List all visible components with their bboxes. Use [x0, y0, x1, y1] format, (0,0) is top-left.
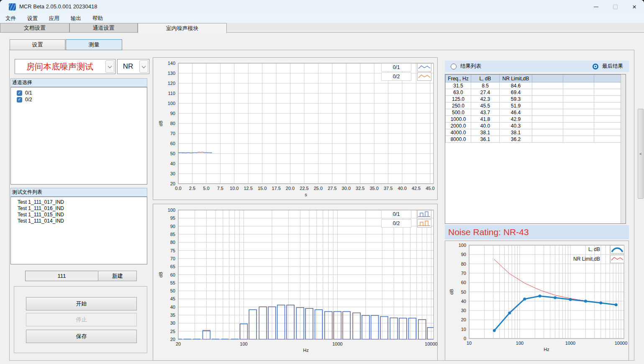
- svg-text:Hz: Hz: [544, 347, 549, 352]
- file-name-input[interactable]: [25, 271, 98, 281]
- svg-text:100: 100: [516, 341, 523, 346]
- channel-checkbox[interactable]: ✓: [17, 90, 22, 96]
- stop-button[interactable]: 停止: [26, 313, 137, 326]
- new-button[interactable]: 新建: [98, 271, 137, 281]
- svg-text:75: 75: [170, 248, 175, 253]
- svg-text:60: 60: [170, 141, 175, 146]
- chevron-down-icon: [142, 64, 146, 68]
- table-row[interactable]: 2000.040.040.3: [446, 123, 624, 129]
- table-row[interactable]: 8000.036.136.2: [446, 136, 624, 143]
- file-list-item[interactable]: Test 1_111_017_IND: [11, 199, 147, 205]
- table-cell: [594, 109, 624, 116]
- svg-text:65: 65: [170, 264, 175, 269]
- table-row[interactable]: 125.042.359.3: [446, 96, 624, 103]
- close-button[interactable]: ×: [625, 0, 644, 14]
- svg-text:80: 80: [461, 261, 466, 267]
- legend-label: 0/2: [381, 219, 411, 228]
- svg-text:0.0: 0.0: [175, 186, 181, 191]
- test-type-combobox[interactable]: 房间本底噪声测试: [15, 59, 115, 74]
- collapse-panel-handle[interactable]: <: [638, 109, 644, 199]
- title-bar: MCR Beta 2.05.0.001 20230418 ×: [0, 0, 644, 14]
- last-result-radio[interactable]: [593, 64, 598, 69]
- table-cell: 31.5: [446, 82, 471, 89]
- svg-text:25: 25: [170, 329, 175, 334]
- channel-item-0-2[interactable]: ✓0/2: [11, 96, 147, 103]
- last-result-radio-label[interactable]: 最后结果: [602, 63, 623, 70]
- start-button[interactable]: 开始: [26, 297, 137, 310]
- table-cell: 36.2: [500, 136, 532, 143]
- main-tab-document-settings[interactable]: 文档设置: [0, 23, 69, 33]
- channel-listbox[interactable]: ✓0/1✓0/2: [10, 87, 147, 185]
- table-cell: [532, 129, 563, 136]
- app-window: MCR Beta 2.05.0.001 20230418 × 文件设置应用输出帮…: [0, 0, 644, 364]
- svg-text:10: 10: [467, 341, 472, 346]
- result-list-radio-label[interactable]: 结果列表: [460, 63, 481, 70]
- main-tab-channel-settings[interactable]: 通道设置: [69, 23, 138, 33]
- table-cell: [594, 82, 624, 89]
- legend-icon-box: [610, 245, 624, 254]
- legend-entry: NR Limit,dB: [549, 254, 624, 264]
- svg-text:50: 50: [461, 290, 466, 295]
- noise-rating-banner: Noise Rating: NR-43: [445, 225, 629, 239]
- file-list-item[interactable]: Test 1_111_014_IND: [11, 218, 147, 224]
- table-cell: [532, 96, 563, 103]
- test-type-dropdown-button[interactable]: [105, 60, 114, 73]
- tab-measure[interactable]: 测量: [66, 39, 122, 50]
- table-cell: [563, 96, 594, 103]
- file-list-item[interactable]: Test 1_111_016_IND: [11, 205, 147, 212]
- curve-icon: [611, 246, 624, 253]
- table-row[interactable]: 1000.041.842.9: [446, 116, 624, 123]
- spectrum-chart: 2025303540455055606570758085909510020100…: [153, 204, 438, 361]
- rating-dropdown-button[interactable]: [139, 60, 148, 73]
- table-cell: [563, 129, 594, 136]
- table-cell: [532, 116, 563, 123]
- svg-text:Hz: Hz: [303, 348, 308, 353]
- table-row[interactable]: 500.043.746.4: [446, 109, 624, 116]
- menu-item-application[interactable]: 应用: [45, 14, 63, 23]
- bars-icon: [418, 210, 431, 218]
- table-row[interactable]: 63.027.469.4: [446, 89, 624, 96]
- table-header-cell: Freq., Hz: [446, 75, 471, 82]
- rating-type-value: NR: [118, 62, 139, 71]
- menu-item-output[interactable]: 输出: [67, 14, 85, 23]
- svg-text:70: 70: [170, 131, 175, 136]
- bars-icon: [418, 220, 431, 227]
- svg-text:1000: 1000: [565, 341, 575, 346]
- rating-type-combobox[interactable]: NR: [117, 59, 149, 74]
- file-list-item[interactable]: Test 1_111_015_IND: [11, 212, 147, 218]
- result-list-radio[interactable]: [451, 64, 457, 69]
- table-header-cell: L, dB: [471, 75, 500, 82]
- table-row[interactable]: 4000.038.138.1: [446, 129, 624, 136]
- menu-item-help[interactable]: 帮助: [89, 14, 107, 23]
- table-cell: [532, 82, 563, 89]
- legend-icon-box: [417, 72, 431, 81]
- maximize-button[interactable]: [606, 0, 625, 14]
- table-row[interactable]: 31.58.584.6: [446, 82, 624, 89]
- minimize-button[interactable]: [586, 0, 606, 14]
- svg-text:45.0: 45.0: [426, 186, 434, 191]
- svg-text:50: 50: [170, 151, 175, 156]
- tab-strip: 文档设置通道设置室内噪声模块: [0, 23, 644, 33]
- svg-text:1000: 1000: [332, 341, 342, 346]
- nr_result-legend: L, dBNR Limit,dB: [549, 244, 624, 264]
- file-listbox[interactable]: Test 1_111_017_INDTest 1_111_016_INDTest…: [10, 197, 147, 264]
- window-title: MCR Beta 2.05.0.001 20230418: [19, 3, 97, 10]
- svg-text:90: 90: [170, 111, 175, 116]
- menu-item-settings[interactable]: 设置: [23, 14, 41, 23]
- legend-label: L, dB: [549, 245, 604, 254]
- table-cell: 250.0: [446, 103, 471, 109]
- legend-label: NR Limit,dB: [549, 254, 604, 263]
- tab-settings[interactable]: 设置: [10, 39, 65, 50]
- table-cell: [594, 103, 624, 109]
- menu-item-file[interactable]: 文件: [2, 14, 20, 23]
- save-button[interactable]: 保存: [26, 330, 137, 343]
- table-cell: [563, 109, 594, 116]
- channel-item-0-1[interactable]: ✓0/1: [11, 90, 147, 96]
- main-tab-indoor-noise-module[interactable]: 室内噪声模块: [138, 23, 227, 33]
- table-row[interactable]: 250.045.551.9: [446, 103, 624, 109]
- channel-checkbox[interactable]: ✓: [17, 97, 22, 103]
- svg-text:100: 100: [168, 101, 175, 106]
- svg-text:30: 30: [170, 320, 175, 326]
- table-scrollbar[interactable]: [621, 74, 626, 223]
- svg-text:20.0: 20.0: [286, 186, 295, 191]
